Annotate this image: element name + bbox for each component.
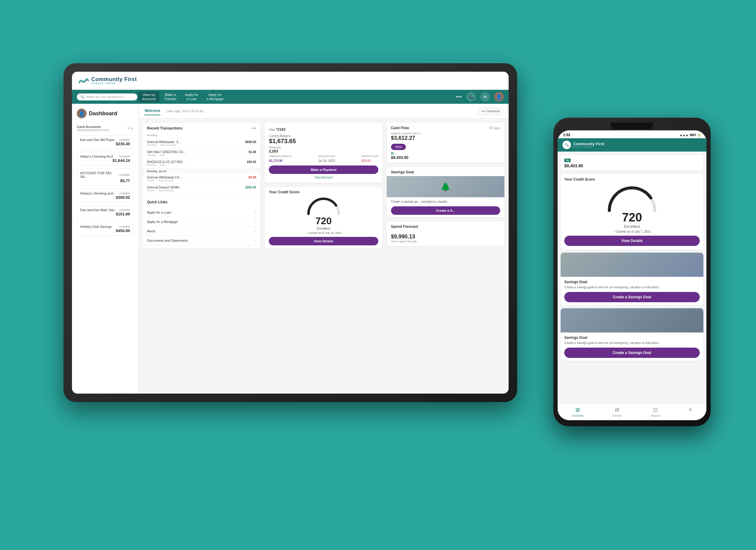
phone-cashflow-amount: $9,403.90 xyxy=(564,163,583,168)
phone-savings-widget-1: Savings Goal Create a savings goal to sa… xyxy=(561,252,703,305)
spend-body: $9,990.13 Left to spend through... xyxy=(387,230,504,246)
nav-apply-mortgage[interactable]: Apply fora Mortgage xyxy=(203,91,227,102)
phone-nav-transfer[interactable]: ⇄ Transfer xyxy=(612,407,622,417)
tab-welcome[interactable]: Welcome xyxy=(145,107,160,115)
phone-view-details-button[interactable]: View Details xyxy=(564,236,700,246)
phone-credit-body: Your Credit Score 720 Excellent ↑ 0 poin… xyxy=(561,174,703,249)
deposit-nav-label: Deposit xyxy=(651,414,660,417)
account-name-1: Kari and Dan Bill Payer... xyxy=(80,138,117,141)
create-savings-button[interactable]: Create a S... xyxy=(391,206,500,215)
quick-link-alerts[interactable]: Alerts › xyxy=(143,226,260,236)
wifi-icon: WiFi xyxy=(690,133,696,137)
account-balance-1: $235.40 xyxy=(80,141,130,146)
nav-make-transfer[interactable]: Make aTransfer xyxy=(161,91,180,102)
quick-link-loan[interactable]: Apply for a Loan › xyxy=(143,208,260,217)
visa-widget: Visa *2162 Current Balance $1,673.65 Rew… xyxy=(265,123,382,183)
visa-balance-label: Current Balance xyxy=(269,134,378,138)
gauge-svg xyxy=(305,194,342,215)
account-item-3[interactable]: ACCOUNT FOR TAX SA... Available $5.77 xyxy=(77,168,133,186)
visa-label-number: Visa *2162 xyxy=(269,126,285,132)
cashflow-title: Cash Flow xyxy=(391,126,409,130)
quick-link-documents[interactable]: Documents and Statements › xyxy=(143,236,260,245)
account-item-6[interactable]: Holiday Club Savings Available $450.00 xyxy=(77,222,133,236)
tablet-content: 👤 Dashboard Cash Accounts Total Balances… xyxy=(72,104,509,394)
transaction-sub-5: Posted Ang Checking xyxy=(147,189,181,192)
nav-icons: ••• 📞 ✉ 👤 xyxy=(456,92,504,102)
account-balance-4: $308.02 xyxy=(80,195,130,200)
credit-view-button[interactable]: View Details xyxy=(269,237,378,245)
phone-icon[interactable]: 📞 xyxy=(466,92,476,102)
account-item-1[interactable]: Kari and Dan Bill Payer... Available $23… xyxy=(77,135,133,149)
nav-more-dots[interactable]: ••• xyxy=(456,94,462,99)
cashflow-header: Cash Flow 30 Days xyxy=(391,126,500,130)
phone-search-icon[interactable]: 🔍 xyxy=(562,141,571,149)
phone-credit-widget: Your Credit Score 720 Excellent ↑ 0 poin… xyxy=(561,174,703,249)
nav-view-accounts[interactable]: View myAccounts xyxy=(138,91,159,102)
visa-payment-field: Payment Due Jul 16, 2023 xyxy=(318,154,335,163)
phone-cashflow-row: IN $9,403.90 xyxy=(561,154,703,171)
phone-header: 🔍 Community First CREDIT UNION xyxy=(558,138,706,151)
email-icon[interactable]: ✉ xyxy=(480,92,490,102)
sidebar: 👤 Dashboard Cash Accounts Total Balances… xyxy=(72,104,138,394)
edit-icon[interactable]: ✎ ∧ xyxy=(127,126,133,130)
account-item-4[interactable]: Kelsey's checking acct Available $308.02 xyxy=(77,189,133,202)
phone-savings-image-2 xyxy=(561,308,703,333)
transaction-amount-1: $600.00 xyxy=(245,140,256,144)
account-name-3: ACCOUNT FOR TAX SA... xyxy=(80,171,119,178)
phone-logo-sub: CREDIT UNION xyxy=(573,146,604,148)
phone-create-savings-button-1[interactable]: Create a Savings Goal xyxy=(564,292,700,302)
account-item-2[interactable]: Haley's Checking Acct Available $1,644.2… xyxy=(77,152,133,165)
phone-cashflow-widget: IN $9,403.90 xyxy=(561,154,703,171)
phone-savings-text-2: Create a savings goal to save for an eme… xyxy=(564,341,700,345)
transaction-3: NOODLES & CO 227 REF... Pending Visa $35… xyxy=(143,158,260,168)
phone-logo-area: Community First CREDIT UNION xyxy=(573,142,604,148)
search-bar[interactable]: 🔍 What are you looking for? xyxy=(77,93,137,100)
tablet-screen: Community First CREDIT UNION 🔍 What are … xyxy=(72,72,509,394)
transaction-name-4: External Withdrawal CH... xyxy=(147,176,181,179)
cashflow-view-button[interactable]: View xyxy=(391,144,406,150)
visa-rewards: 2,263 xyxy=(269,149,378,153)
phone-content: IN $9,403.90 Your Credit Score xyxy=(558,151,706,403)
transaction-date: Monday, Jul 10 xyxy=(143,168,260,174)
transaction-name-5: External Deposit VENM... xyxy=(147,186,181,189)
transaction-amount-5: $280.65 xyxy=(245,186,256,189)
phone-nav-deposit[interactable]: ⊡ Deposit xyxy=(651,407,660,417)
phone-in-tag: IN xyxy=(564,158,571,162)
account-balance-2: $1,644.24 xyxy=(80,158,130,163)
phone-create-savings-button-2[interactable]: Create a Savings Goal xyxy=(564,348,700,358)
transaction-1: External Withdrawal - E... Pending Joint… xyxy=(143,138,260,148)
visa-balance: $1,673.65 xyxy=(269,138,378,145)
account-item-5[interactable]: Dan and Kari Main Sav... Available $151.… xyxy=(77,205,133,219)
account-balance-6: $450.00 xyxy=(80,228,130,233)
phone-savings-title-2: Savings Goal xyxy=(564,336,700,340)
cashflow-amount: $3,612.27 xyxy=(391,135,500,141)
phone-nav-accounts[interactable]: ⊞ Accounts xyxy=(572,407,583,417)
phone-gauge-svg xyxy=(605,183,659,213)
visa-number: *2162 xyxy=(276,127,285,132)
account-balance-5: $151.69 xyxy=(80,212,130,216)
savings-goal-header: Savings Goal xyxy=(387,167,504,176)
transactions-menu[interactable]: ••• xyxy=(252,126,256,131)
visa-minimum-value: $29.00 xyxy=(361,159,371,162)
make-payment-button[interactable]: Make a Payment xyxy=(269,165,378,174)
nav-apply-loan[interactable]: Apply fora Loan xyxy=(181,91,202,102)
spend-amount: $9,990.13 xyxy=(391,233,500,240)
cashflow-body: Cash Flow 30 Days Deposit Accounts Net A… xyxy=(387,123,504,163)
credit-score-title: Your Credit Score xyxy=(269,190,378,194)
credit-score-label: Excellent xyxy=(269,226,378,230)
phone-savings-image-1 xyxy=(561,252,703,277)
right-column: Cash Flow 30 Days Deposit Accounts Net A… xyxy=(387,123,504,248)
quick-link-mortgage[interactable]: Apply for a Mortgage › xyxy=(143,217,260,226)
customize-button[interactable]: ≡≡ Customize xyxy=(478,108,503,114)
view-account-link[interactable]: View Account xyxy=(269,176,378,179)
scene: Community First CREDIT UNION 🔍 What are … xyxy=(45,33,711,517)
quick-links: Apply for a Loan › Apply for a Mortgage … xyxy=(143,206,260,247)
last-login: Last Login: Jul 12 10:14 am xyxy=(166,109,204,113)
visa-minimum-field: Minimum Due $29.00 xyxy=(361,154,378,163)
phone-credit-title: Your Credit Score xyxy=(564,177,700,181)
savings-goal-image: 🌲 xyxy=(387,176,504,197)
account-name-6: Holiday Club Savings xyxy=(80,225,112,228)
phone-nav-menu[interactable]: ≡ xyxy=(689,407,692,417)
user-avatar[interactable]: 👤 xyxy=(494,92,504,102)
cash-accounts-row: Cash Accounts Total Balances $13,573.50 … xyxy=(77,123,133,133)
